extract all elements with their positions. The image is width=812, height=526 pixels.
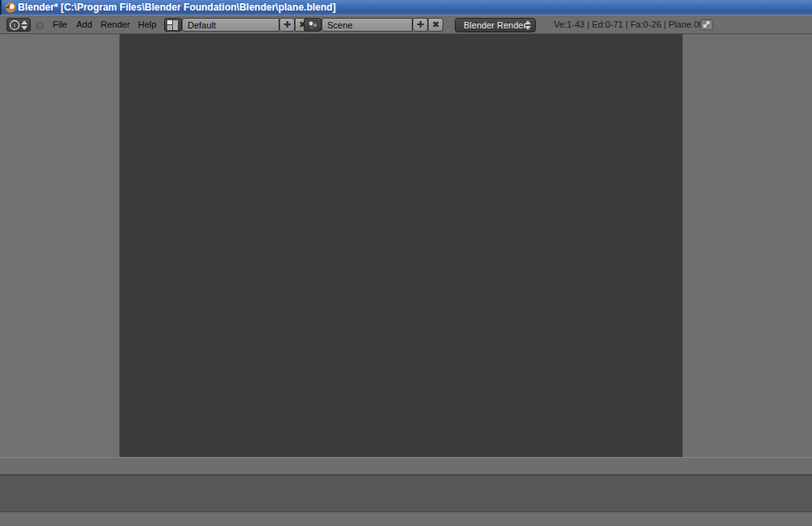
svg-text:i: i — [14, 22, 15, 29]
